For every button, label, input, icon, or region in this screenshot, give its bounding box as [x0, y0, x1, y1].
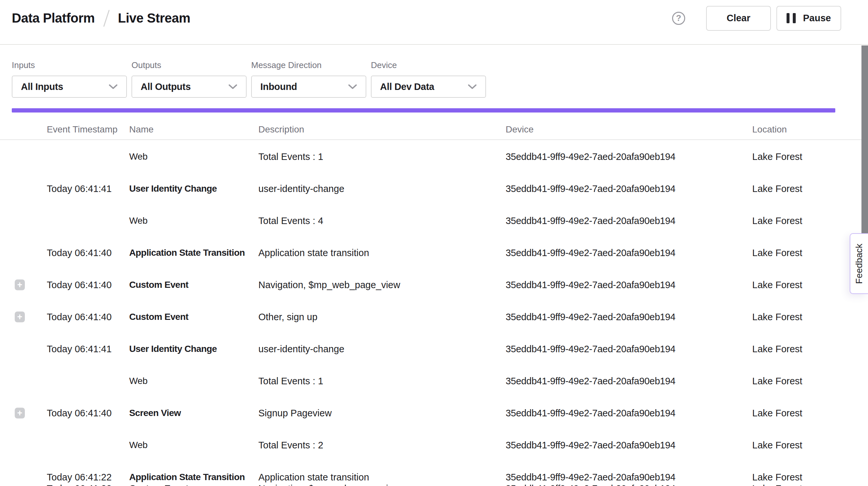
cell-location: Lake Forest: [752, 408, 802, 419]
outputs-select-value: All Outputs: [141, 82, 191, 92]
table-row[interactable]: Today 06:41:40Application State Transiti…: [0, 237, 868, 269]
table-row[interactable]: Today 06:41:41User Identity Changeuser-i…: [0, 333, 868, 365]
cell-location: Lake Forest: [752, 472, 802, 483]
cell-name: Web: [129, 151, 148, 162]
table-row[interactable]: WebTotal Events : 135eddb41-9ff9-49e2-7a…: [0, 365, 868, 397]
cell-device: 35eddb41-9ff9-49e2-7aed-20afa90eb194: [506, 312, 675, 323]
cell-name: Application State Transition: [129, 248, 245, 258]
cell-description: Application state transition: [258, 248, 369, 259]
cell-device: 35eddb41-9ff9-49e2-7aed-20afa90eb194: [506, 151, 675, 162]
filter-inputs-label: Inputs: [12, 60, 127, 70]
table-row[interactable]: +Today 06:41:40Screen ViewSignup Pagevie…: [0, 397, 868, 429]
cell-location: Lake Forest: [752, 376, 802, 387]
chevron-down-icon: [228, 84, 238, 89]
cell-device: 35eddb41-9ff9-49e2-7aed-20afa90eb194: [506, 183, 675, 194]
cell-location: Lake Forest: [752, 215, 802, 226]
live-stream-page: Data Platform Live Stream ? Clear Pause …: [0, 0, 868, 486]
filter-outputs: Outputs All Outputs: [131, 60, 247, 98]
filter-bar: Inputs All Inputs Outputs All Outputs Me…: [12, 60, 486, 98]
column-header-name: Name: [129, 124, 154, 135]
table-header: Event Timestamp Name Description Device …: [0, 122, 868, 140]
cell-device: 35eddb41-9ff9-49e2-7aed-20afa90eb194: [506, 472, 675, 483]
breadcrumb: Data Platform Live Stream: [12, 9, 190, 27]
breadcrumb-data-platform[interactable]: Data Platform: [12, 11, 95, 26]
filter-inputs: Inputs All Inputs: [12, 60, 127, 98]
cell-event-timestamp: Today 06:41:22: [47, 472, 112, 483]
chevron-down-icon: [108, 84, 118, 89]
column-header-description: Description: [258, 124, 304, 135]
cell-name: Application State Transition: [129, 472, 245, 482]
cell-event-timestamp: Today 06:41:40: [47, 408, 112, 419]
cell-description: Navigation, $mp_web_page_view: [258, 280, 400, 291]
cell-location: Lake Forest: [752, 483, 802, 486]
cell-device: 35eddb41-9ff9-49e2-7aed-20afa90eb194: [506, 440, 675, 451]
cell-event-timestamp: Today 06:41:41: [47, 183, 112, 194]
header-actions: ? Clear Pause: [672, 6, 841, 31]
scrollbar-thumb[interactable]: [862, 45, 868, 246]
cell-event-timestamp: Today 06:41:40: [47, 280, 112, 291]
message-direction-select-value: Inbound: [260, 82, 297, 92]
cell-device: 35eddb41-9ff9-49e2-7aed-20afa90eb194: [506, 376, 675, 387]
cell-device: 35eddb41-9ff9-49e2-7aed-20afa90eb194: [506, 483, 675, 486]
table-row[interactable]: +Today 06:41:40Custom EventNavigation, $…: [0, 269, 868, 301]
expand-row-icon[interactable]: +: [15, 312, 25, 323]
clear-button[interactable]: Clear: [706, 6, 771, 31]
expand-row-icon[interactable]: +: [15, 408, 25, 419]
cell-location: Lake Forest: [752, 183, 802, 194]
breadcrumb-separator: [103, 9, 110, 27]
app-header: Data Platform Live Stream ? Clear Pause: [0, 0, 868, 45]
message-direction-select[interactable]: Inbound: [251, 75, 366, 98]
cell-name: Web: [129, 215, 148, 226]
cell-description: Navigation, $mp_web_page_view: [258, 483, 400, 486]
cell-description: user-identity-change: [258, 344, 344, 355]
cell-name: Screen View: [129, 408, 181, 418]
cell-name: Web: [129, 440, 148, 450]
device-select[interactable]: All Dev Data: [371, 75, 486, 98]
inputs-select[interactable]: All Inputs: [12, 75, 127, 98]
table-row[interactable]: Today 06:41:22Application State Transiti…: [0, 461, 868, 486]
outputs-select[interactable]: All Outputs: [131, 75, 247, 98]
cell-name: Custom Event: [129, 483, 188, 486]
feedback-tab[interactable]: Feedback: [850, 233, 868, 294]
filter-device: Device All Dev Data: [371, 60, 486, 98]
expand-row-icon[interactable]: +: [15, 280, 25, 291]
help-icon[interactable]: ?: [672, 12, 685, 25]
device-select-value: All Dev Data: [380, 82, 434, 92]
table-row[interactable]: +Today 06:41:40Custom EventOther, sign u…: [0, 301, 868, 333]
cell-event-timestamp: Today 06:41:40: [47, 248, 112, 259]
chevron-down-icon: [348, 84, 357, 89]
cell-device: 35eddb41-9ff9-49e2-7aed-20afa90eb194: [506, 280, 675, 291]
table-body: WebTotal Events : 135eddb41-9ff9-49e2-7a…: [0, 141, 868, 486]
cell-name: Custom Event: [129, 280, 188, 290]
table-row[interactable]: WebTotal Events : 435eddb41-9ff9-49e2-7a…: [0, 205, 868, 237]
filter-message-direction: Message Direction Inbound: [251, 60, 366, 98]
cell-description: Other, sign up: [258, 312, 317, 323]
cell-event-timestamp: Today 06:41:40: [47, 312, 112, 323]
cell-description: user-identity-change: [258, 183, 344, 194]
cell-location: Lake Forest: [752, 344, 802, 355]
pause-button[interactable]: Pause: [776, 6, 841, 31]
column-header-event-timestamp: Event Timestamp: [47, 124, 117, 135]
cell-device: 35eddb41-9ff9-49e2-7aed-20afa90eb194: [506, 215, 675, 226]
cell-description: Signup Pageview: [258, 408, 332, 419]
column-header-device: Device: [506, 124, 534, 135]
table-row[interactable]: Today 06:41:41User Identity Changeuser-i…: [0, 173, 868, 205]
table-row[interactable]: Today 06:41:22Custom EventNavigation, $m…: [0, 483, 868, 486]
cell-location: Lake Forest: [752, 312, 802, 323]
column-header-location: Location: [752, 124, 787, 135]
pause-icon: [786, 13, 796, 23]
feedback-tab-label: Feedback: [854, 244, 864, 284]
cell-description: Application state transition: [258, 472, 369, 483]
cell-name: User Identity Change: [129, 183, 217, 194]
table-row[interactable]: WebTotal Events : 135eddb41-9ff9-49e2-7a…: [0, 141, 868, 173]
cell-location: Lake Forest: [752, 440, 802, 451]
accent-bar: [12, 108, 835, 113]
cell-description: Total Events : 4: [258, 215, 323, 226]
cell-event-timestamp: Today 06:41:22: [47, 483, 112, 486]
table-row[interactable]: WebTotal Events : 235eddb41-9ff9-49e2-7a…: [0, 429, 868, 461]
pause-button-label: Pause: [803, 13, 831, 24]
cell-location: Lake Forest: [752, 151, 802, 162]
help-glyph: ?: [676, 13, 681, 23]
cell-location: Lake Forest: [752, 280, 802, 291]
chevron-down-icon: [468, 84, 477, 89]
